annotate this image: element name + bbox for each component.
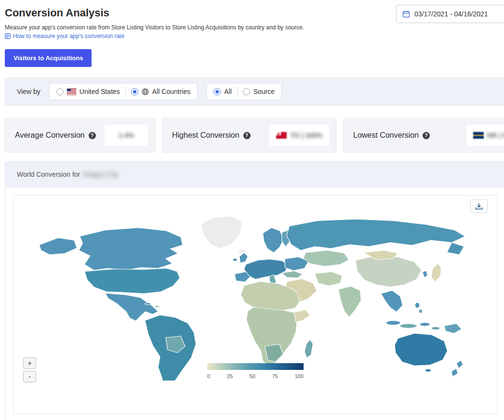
radio-icon-unchecked [243, 88, 250, 95]
stat-value-box: NR | 0% [466, 125, 504, 146]
map-legend: 0 25 50 75 100 [207, 363, 304, 379]
radio-icon-checked [213, 88, 221, 95]
us-flag-icon [67, 89, 76, 95]
download-map-button[interactable] [470, 199, 488, 213]
country-toggle-group: United States All Countries [49, 83, 198, 100]
help-icon[interactable]: ? [423, 132, 430, 139]
globe-icon [142, 88, 149, 95]
legend-tick: 75 [272, 373, 278, 379]
radio-source[interactable]: Source [243, 88, 275, 95]
source-toggle-group: All Source [206, 83, 282, 100]
radio-all-countries[interactable]: All Countries [131, 88, 190, 95]
radio-icon-unchecked [56, 88, 64, 95]
average-conversion-card: Average Conversion ? 1.4% [5, 118, 155, 153]
average-conversion-value: 1.4% [119, 131, 134, 139]
calendar-icon [402, 10, 410, 18]
map-section-header: World Conversion for Dragon City [5, 162, 504, 187]
all-label: All [224, 88, 232, 95]
view-by-bar: View by United States All Countries [5, 78, 504, 105]
help-icon[interactable]: ? [89, 132, 96, 139]
map-section-title: World Conversion for [17, 171, 80, 178]
date-range-value: 03/17/2021 - 04/16/2021 [414, 10, 488, 18]
nauru-flag-icon [473, 132, 484, 139]
help-link-label: How to measure your app's conversion rat… [13, 33, 124, 39]
legend-tick: 100 [295, 373, 304, 379]
stat-label: Average Conversion [15, 131, 85, 140]
divider [237, 87, 238, 96]
view-by-label: View by [17, 88, 40, 95]
stat-value-box: 1.4% [105, 125, 148, 146]
tonga-flag-icon [276, 132, 287, 139]
radio-all[interactable]: All [213, 88, 232, 95]
visitors-to-acquisitions-button[interactable]: Visitors to Acquisitions [5, 49, 92, 67]
all-countries-label: All Countries [152, 88, 190, 95]
stat-label: Lowest Conversion [353, 131, 419, 140]
world-map[interactable] [24, 209, 487, 381]
date-range-picker[interactable]: 03/17/2021 - 04/16/2021 [396, 5, 504, 23]
divider [125, 87, 126, 96]
zoom-in-button[interactable]: + [23, 357, 36, 369]
lowest-conversion-card: Lowest Conversion ? NR | 0% [343, 118, 504, 153]
download-icon [475, 203, 483, 210]
radio-united-states[interactable]: United States [56, 88, 120, 95]
article-icon [5, 33, 11, 39]
stat-label: Highest Conversion [172, 131, 239, 140]
map-countries [39, 216, 465, 381]
source-label: Source [253, 88, 275, 95]
map-legend-ticks: 0 25 50 75 100 [207, 373, 304, 379]
map-section-body: + - 0 25 50 75 100 [5, 187, 504, 420]
highest-conversion-value: TO | 100% [290, 131, 322, 139]
united-states-label: United States [80, 88, 120, 95]
radio-icon-checked [131, 88, 138, 95]
highest-conversion-card: Highest Conversion ? TO | 100% [162, 118, 336, 153]
lowest-conversion-value: NR | 0% [487, 131, 504, 139]
help-link[interactable]: How to measure your app's conversion rat… [0, 31, 504, 39]
map-legend-gradient [207, 363, 304, 370]
conversion-analysis-page: Conversion Analysis 03/17/2021 - 04/16/2… [0, 0, 504, 420]
world-conversion-section: World Conversion for Dragon City [5, 161, 504, 420]
legend-tick: 25 [227, 373, 233, 379]
stat-value-box: TO | 100% [269, 125, 329, 146]
stats-row: Average Conversion ? 1.4% Highest Conver… [5, 118, 504, 153]
zoom-controls: + - [23, 357, 36, 382]
zoom-out-button[interactable]: - [23, 371, 36, 382]
help-icon[interactable]: ? [243, 132, 251, 139]
app-name: Dragon City [83, 171, 119, 178]
legend-tick: 50 [250, 373, 255, 379]
legend-tick: 0 [207, 373, 210, 379]
map-panel: + - 0 25 50 75 100 [13, 195, 498, 414]
